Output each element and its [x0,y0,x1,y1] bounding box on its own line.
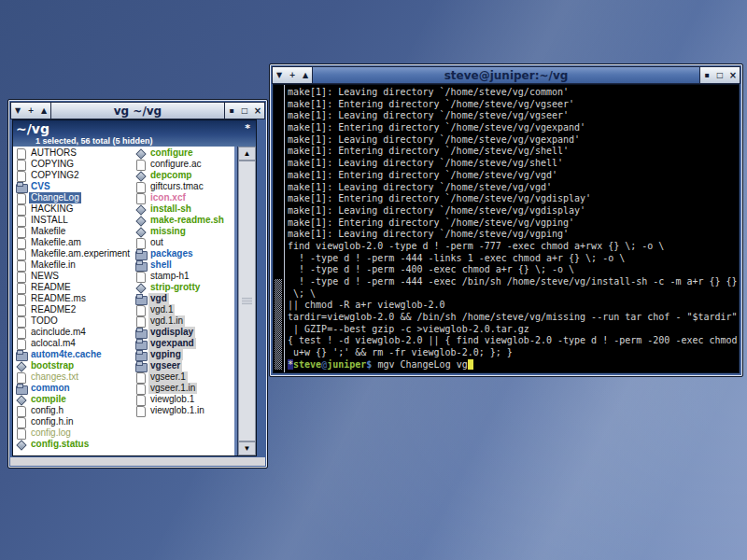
file-icon [135,160,147,170]
file-item[interactable]: vgping [135,349,238,360]
file-item[interactable]: giftcurs.tmac [135,181,238,192]
unshade-button[interactable]: ▲ [38,103,49,119]
file-item[interactable]: COPYING2 [16,170,135,181]
terminal-line: make[1]: Entering directory `/home/steve… [288,217,739,230]
file-item[interactable]: packages [135,248,238,259]
file-list-scrollbar[interactable]: ▲ ▼ [234,147,256,455]
file-item[interactable]: depcomp [135,170,238,181]
file-window-title: vg ~/vg [50,102,225,119]
file-item[interactable]: config.h.in [16,416,135,427]
file-icon [16,238,27,248]
file-item[interactable]: TODO [16,315,135,327]
file-manager-header: ~/vg * 1 selected, 56 total (5 hidden) [13,120,256,147]
file-item[interactable]: vgdisplay [135,327,238,338]
terminal-line: make[1]: Leaving directory `/home/steve/… [288,182,739,194]
folder-icon [135,294,147,304]
scrollbar-thumb[interactable] [238,161,256,441]
close-button[interactable]: × [252,103,263,119]
file-name: missing [148,226,188,237]
file-item[interactable]: vgd [135,293,238,304]
stick-button[interactable]: + [287,67,298,83]
file-item[interactable]: config.status [16,439,135,450]
command-text: mgv ChangeLog vg [372,359,467,370]
file-item[interactable]: COPYING [16,159,135,170]
file-item[interactable]: vgseer [135,360,238,371]
file-item[interactable]: make-readme.sh [135,215,238,226]
file-item[interactable]: README.ms [16,293,135,304]
file-name: common [29,383,72,394]
scroll-down-button[interactable]: ▼ [238,441,256,455]
file-name: NEWS [29,271,61,282]
maximize-button[interactable]: □ [714,67,726,83]
file-item[interactable]: vgd.1.in [135,315,238,327]
shade-button[interactable]: ▼ [12,103,23,119]
terminal-line: \; \ [288,288,739,301]
file-item[interactable]: AUTHORS [16,147,135,159]
file-item[interactable]: ChangeLog [16,192,135,203]
file-item[interactable]: vgseer.1 [135,371,238,383]
terminal-titlebar[interactable]: ▼+▲ steve@juniper:~/vg ▪□× [272,66,740,84]
file-item[interactable]: bootstrap [16,360,135,371]
terminal-screen[interactable]: make[1]: Leaving directory `/home/steve/… [274,85,739,372]
file-item[interactable]: strip-grotty [135,282,238,293]
file-item[interactable]: CVS [16,181,135,192]
shade-button[interactable]: ▼ [274,67,285,83]
file-item[interactable]: Makefile.am.experiment [16,248,135,259]
file-icon [135,395,147,405]
file-item[interactable]: compile [16,394,135,405]
iconify-button[interactable]: ▪ [226,103,237,119]
terminal-scrollbar[interactable] [274,85,285,372]
unshade-button[interactable]: ▲ [300,67,311,83]
close-button[interactable]: × [727,67,739,83]
file-item[interactable]: Makefile.am [16,237,135,248]
horizontal-scrollbar-trough[interactable] [10,457,265,466]
iconify-button[interactable]: ▪ [701,67,712,83]
file-name: make-readme.sh [148,215,226,226]
file-item[interactable]: changes.txt [16,371,135,383]
file-item[interactable]: config.log [16,427,135,439]
file-item[interactable]: config.h [16,405,135,416]
file-name: HACKING [29,203,76,215]
stick-button[interactable]: + [25,103,36,119]
file-window-titlebar[interactable]: ▼+▲ vg ~/vg ▪□× [10,102,265,119]
file-item[interactable]: vgd.1 [135,304,238,315]
file-item[interactable]: icon.xcf [135,192,238,203]
terminal-line: ! -type d ! -perm -400 -exec chmod a+r {… [288,264,739,276]
file-item[interactable]: vgexpand [135,338,238,349]
terminal-line: make[1]: Entering directory `/home/steve… [288,146,739,158]
scroll-up-button[interactable]: ▲ [238,147,256,161]
file-item[interactable]: README [16,282,135,293]
file-item[interactable]: out [135,237,238,248]
file-item[interactable]: Makefile.in [16,259,135,271]
file-item[interactable]: aclocal.m4 [16,338,135,349]
file-item[interactable]: acinclude.m4 [16,327,135,338]
file-icon [16,193,27,203]
file-item[interactable]: vgseer.1.in [135,383,238,394]
maximize-button[interactable]: □ [239,103,250,119]
terminal-scrollbar-thumb[interactable] [275,279,282,370]
file-item[interactable]: viewglob.1.in [135,405,238,416]
file-item[interactable]: NEWS [16,271,135,282]
file-item[interactable]: README2 [16,304,135,315]
file-item[interactable]: INSTALL [16,215,135,226]
file-name: AUTHORS [29,147,78,159]
file-item[interactable]: common [16,383,135,394]
file-name: vgping [148,349,183,360]
file-item[interactable]: autom4te.cache [16,349,135,360]
file-item[interactable]: install-sh [135,203,238,215]
current-path: ~/vg [16,121,49,136]
file-item[interactable]: stamp-h1 [135,271,238,282]
file-item[interactable]: missing [135,226,238,237]
exec-icon [16,361,27,371]
file-item[interactable]: viewglob.1 [135,394,238,405]
file-item[interactable]: configure [135,147,238,159]
file-item[interactable]: configure.ac [135,159,238,170]
file-icon [135,272,147,282]
file-manager-window: ▼+▲ vg ~/vg ▪□× ~/vg * 1 selected, 56 to… [7,99,268,469]
terminal-line: make[1]: Entering directory `/home/steve… [288,122,739,134]
file-name: bootstrap [29,360,76,371]
file-item[interactable]: shell [135,259,238,271]
file-item[interactable]: HACKING [16,203,135,215]
file-icon [16,305,27,315]
file-item[interactable]: Makefile [16,226,135,237]
